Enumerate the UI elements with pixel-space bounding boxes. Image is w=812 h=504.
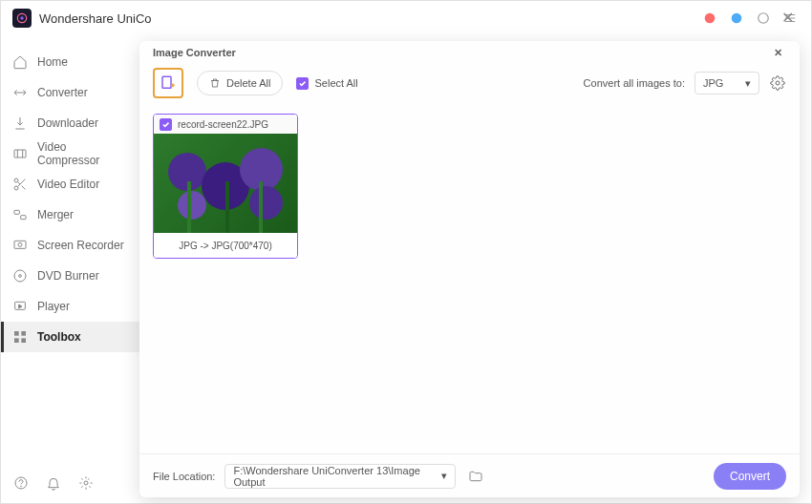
item-thumbnail: [154, 134, 297, 233]
svg-rect-10: [14, 241, 26, 248]
sidebar-label: DVD Burner: [37, 269, 99, 283]
item-checkbox[interactable]: [160, 118, 172, 131]
sidebar-label: Home: [37, 55, 68, 69]
window-close-icon[interactable]: ✕: [781, 9, 794, 27]
chevron-down-icon: ▾: [441, 470, 447, 482]
select-all-checkbox[interactable]: Select All: [296, 77, 357, 90]
sidebar-label: Video Compressor: [37, 140, 128, 167]
svg-rect-17: [14, 338, 19, 343]
sidebar-item-dvd[interactable]: DVD Burner: [1, 261, 139, 291]
svg-point-23: [776, 81, 780, 85]
file-location-value: F:\Wondershare UniConverter 13\Image Out…: [233, 465, 441, 488]
sidebar-label: Player: [37, 300, 70, 313]
svg-point-1: [20, 16, 24, 20]
checkbox-icon: [296, 77, 309, 90]
svg-point-12: [14, 270, 26, 282]
help-button[interactable]: [12, 474, 30, 492]
compress-icon: [12, 146, 28, 161]
svg-point-2: [705, 13, 716, 24]
item-conversion-info: JPG -> JPG(700*470): [154, 233, 297, 258]
file-location-label: File Location:: [153, 471, 215, 482]
sidebar-label: Converter: [37, 86, 88, 99]
open-folder-button[interactable]: [465, 466, 486, 487]
chevron-down-icon: ▾: [745, 77, 751, 90]
items-grid: record-screen22.JPG JPG -> JP: [139, 102, 800, 453]
sidebar-item-converter[interactable]: Converter: [1, 77, 139, 108]
svg-rect-5: [14, 150, 26, 158]
sidebar: Home Converter Downloader Video Compress…: [1, 35, 139, 503]
close-icon[interactable]: ✕: [769, 44, 786, 61]
home-icon: [12, 54, 28, 70]
titlebar-icon-1[interactable]: [700, 9, 719, 28]
merger-icon: [12, 207, 28, 222]
delete-all-label: Delete All: [226, 77, 270, 89]
convert-all-label: Convert all images to:: [584, 77, 685, 89]
sidebar-item-toolbox[interactable]: Toolbox: [1, 322, 139, 352]
svg-point-20: [21, 486, 22, 487]
svg-rect-22: [162, 76, 171, 88]
svg-point-4: [759, 13, 769, 24]
sidebar-item-downloader[interactable]: Downloader: [1, 108, 139, 138]
sidebar-label: Screen Recorder: [37, 239, 124, 252]
play-icon: [12, 299, 28, 314]
titlebar-icon-2[interactable]: [727, 9, 746, 28]
modal-title: Image Converter: [153, 47, 236, 58]
svg-point-7: [14, 186, 18, 190]
add-image-button[interactable]: [153, 68, 183, 98]
sidebar-label: Video Editor: [37, 178, 99, 191]
item-filename: record-screen22.JPG: [178, 119, 268, 130]
sidebar-item-player[interactable]: Player: [1, 291, 139, 322]
svg-point-21: [84, 481, 88, 485]
image-converter-modal: Image Converter ✕ Delete All Select All: [139, 41, 800, 497]
scissors-icon: [12, 177, 28, 192]
svg-point-19: [15, 477, 27, 489]
svg-point-6: [14, 178, 18, 182]
format-dropdown[interactable]: JPG ▾: [694, 72, 759, 94]
download-icon: [12, 116, 28, 131]
image-item[interactable]: record-screen22.JPG JPG -> JP: [153, 114, 298, 259]
app-logo: [12, 9, 32, 28]
sidebar-item-home[interactable]: Home: [1, 47, 139, 77]
convert-button[interactable]: Convert: [714, 463, 786, 490]
bottom-bar: File Location: F:\Wondershare UniConvert…: [139, 453, 800, 497]
sidebar-label: Downloader: [37, 116, 98, 130]
svg-point-11: [18, 242, 22, 246]
sidebar-item-recorder[interactable]: Screen Recorder: [1, 230, 139, 261]
svg-rect-8: [14, 210, 19, 214]
sidebar-item-compressor[interactable]: Video Compressor: [1, 138, 139, 169]
app-title: Wondershare UniCo: [39, 11, 152, 26]
notification-button[interactable]: [45, 474, 62, 492]
convert-label: Convert: [730, 470, 770, 483]
format-value: JPG: [703, 77, 723, 89]
file-location-dropdown[interactable]: F:\Wondershare UniConverter 13\Image Out…: [224, 464, 456, 489]
delete-all-button[interactable]: Delete All: [197, 71, 283, 95]
sidebar-item-merger[interactable]: Merger: [1, 200, 139, 230]
titlebar: Wondershare UniCo: [1, 1, 811, 35]
sidebar-item-editor[interactable]: Video Editor: [1, 169, 139, 200]
toolbox-icon: [12, 329, 28, 345]
svg-point-3: [732, 13, 742, 24]
select-all-label: Select All: [314, 77, 357, 89]
svg-rect-16: [21, 331, 26, 336]
toolbar: Delete All Select All Convert all images…: [139, 64, 800, 102]
sidebar-label: Merger: [37, 208, 74, 221]
trash-icon: [209, 77, 221, 89]
sidebar-label: Toolbox: [37, 330, 81, 344]
disc-icon: [12, 268, 28, 284]
settings-button[interactable]: [77, 474, 95, 492]
converter-icon: [12, 85, 28, 100]
svg-rect-9: [21, 216, 26, 220]
settings-icon[interactable]: [769, 74, 786, 92]
recorder-icon: [12, 238, 28, 253]
help-icon[interactable]: [754, 9, 773, 28]
svg-rect-18: [21, 338, 26, 343]
svg-point-13: [19, 275, 22, 278]
svg-rect-15: [14, 331, 19, 336]
